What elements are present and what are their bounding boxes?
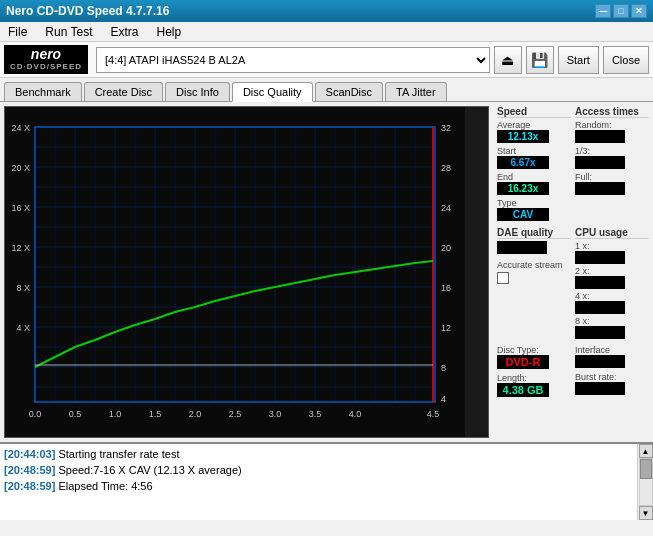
svg-text:32: 32 <box>441 123 451 133</box>
log-area: [20:44:03] Starting transfer rate test [… <box>0 442 653 520</box>
svg-text:20 X: 20 X <box>11 163 30 173</box>
cpu-4x-value <box>575 301 625 314</box>
dae-value <box>497 241 547 254</box>
log-text-3: Elapsed Time: 4:56 <box>58 480 152 492</box>
log-text-2: Speed:7-16 X CAV (12.13 X average) <box>58 464 241 476</box>
speed-stats: Speed Average 12.13x Start 6.67x End 16.… <box>497 106 571 221</box>
burst-rate-value <box>575 382 625 395</box>
random-stat: Random: <box>575 120 649 143</box>
app-title: Nero CD-DVD Speed 4.7.7.16 <box>6 4 169 18</box>
disc-info: Disc Type: DVD-R Length: 4.38 GB <box>497 345 571 397</box>
start-button[interactable]: Start <box>558 46 599 74</box>
cpu-1x-value <box>575 251 625 264</box>
eject-button[interactable]: ⏏ <box>494 46 522 74</box>
disc-type: Disc Type: DVD-R <box>497 345 571 369</box>
full-value <box>575 182 625 195</box>
minimize-button[interactable]: — <box>595 4 611 18</box>
interface-value <box>575 355 625 368</box>
tab-scan-disc[interactable]: ScanDisc <box>315 82 383 101</box>
random-value <box>575 130 625 143</box>
log-scrollbar[interactable]: ▲ ▼ <box>637 444 653 520</box>
scroll-up-button[interactable]: ▲ <box>639 444 653 458</box>
svg-text:24 X: 24 X <box>11 123 30 133</box>
interface-label: Interface <box>575 345 649 355</box>
start-stat: Start 6.67x <box>497 146 571 169</box>
speed-header: Speed <box>497 106 571 118</box>
menu-extra[interactable]: Extra <box>106 25 142 39</box>
scroll-down-button[interactable]: ▼ <box>639 506 653 520</box>
onethird-stat: 1/3: <box>575 146 649 169</box>
log-entry-3: [20:48:59] Elapsed Time: 4:56 <box>4 478 633 494</box>
average-stat: Average 12.13x <box>497 120 571 143</box>
access-header: Access times <box>575 106 649 118</box>
svg-text:28: 28 <box>441 163 451 173</box>
right-panel: Speed Average 12.13x Start 6.67x End 16.… <box>493 102 653 442</box>
disc-length: Length: 4.38 GB <box>497 373 571 397</box>
end-value: 16.23x <box>497 182 549 195</box>
svg-text:16: 16 <box>441 283 451 293</box>
onethird-value <box>575 156 625 169</box>
accurate-stream-group: Accurate stream <box>497 258 571 284</box>
window-controls: — □ ✕ <box>595 4 647 18</box>
chart-area: 24 X 20 X 16 X 12 X 8 X 4 X 32 28 24 20 … <box>4 106 489 438</box>
svg-text:8 X: 8 X <box>16 283 30 293</box>
cpu-2x-value <box>575 276 625 289</box>
accurate-stream-checkbox[interactable] <box>497 272 509 284</box>
tab-disc-info[interactable]: Disc Info <box>165 82 230 101</box>
disc-length-value: 4.38 GB <box>497 383 549 397</box>
start-value: 6.67x <box>497 156 549 169</box>
svg-text:4.0: 4.0 <box>349 409 362 419</box>
close-button[interactable]: ✕ <box>631 4 647 18</box>
svg-text:3.0: 3.0 <box>269 409 282 419</box>
menu-file[interactable]: File <box>4 25 31 39</box>
tab-benchmark[interactable]: Benchmark <box>4 82 82 101</box>
type-value: CAV <box>497 208 549 221</box>
menu-run-test[interactable]: Run Test <box>41 25 96 39</box>
scroll-track <box>639 458 653 506</box>
accurate-stream-checkbox-row <box>497 272 571 284</box>
log-content: [20:44:03] Starting transfer rate test [… <box>0 444 637 520</box>
full-stat: Full: <box>575 172 649 195</box>
svg-text:4: 4 <box>441 394 446 404</box>
menu-help[interactable]: Help <box>153 25 186 39</box>
drive-select[interactable]: [4:4] ATAPI iHAS524 B AL2A <box>96 47 490 73</box>
log-time-2: [20:48:59] <box>4 464 55 476</box>
log-text-1: Starting transfer rate test <box>58 448 179 460</box>
save-button[interactable]: 💾 <box>526 46 554 74</box>
maximize-button[interactable]: □ <box>613 4 629 18</box>
svg-text:1.0: 1.0 <box>109 409 122 419</box>
svg-text:3.5: 3.5 <box>309 409 322 419</box>
cpu-2x: 2 x: <box>575 266 649 289</box>
cpu-8x-value <box>575 326 625 339</box>
svg-text:4.5: 4.5 <box>427 409 440 419</box>
svg-text:12: 12 <box>441 323 451 333</box>
svg-text:1.5: 1.5 <box>149 409 162 419</box>
svg-text:0.0: 0.0 <box>29 409 42 419</box>
log-time-3: [20:48:59] <box>4 480 55 492</box>
svg-text:8: 8 <box>441 363 446 373</box>
close-button[interactable]: Close <box>603 46 649 74</box>
svg-text:4 X: 4 X <box>16 323 30 333</box>
dae-stats: DAE quality Accurate stream <box>497 227 571 339</box>
scroll-thumb[interactable] <box>640 459 652 479</box>
burst-rate-label: Burst rate: <box>575 372 649 382</box>
menu-bar: File Run Test Extra Help <box>0 22 653 42</box>
cpu-4x: 4 x: <box>575 291 649 314</box>
tab-ta-jitter[interactable]: TA Jitter <box>385 82 447 101</box>
tab-disc-quality[interactable]: Disc Quality <box>232 82 313 102</box>
tab-create-disc[interactable]: Create Disc <box>84 82 163 101</box>
nero-logo: nero CD·DVD/SPEED <box>4 45 88 73</box>
end-stat: End 16.23x <box>497 172 571 195</box>
svg-text:20: 20 <box>441 243 451 253</box>
log-entry-1: [20:44:03] Starting transfer rate test <box>4 446 633 462</box>
access-times: Access times Random: 1/3: Full: <box>575 106 649 221</box>
disc-type-value: DVD-R <box>497 355 549 369</box>
cpu-stats: CPU usage 1 x: 2 x: 4 x: 8 x: <box>575 227 649 339</box>
chart-svg: 24 X 20 X 16 X 12 X 8 X 4 X 32 28 24 20 … <box>5 107 465 437</box>
log-time-1: [20:44:03] <box>4 448 55 460</box>
svg-text:24: 24 <box>441 203 451 213</box>
cpu-1x: 1 x: <box>575 241 649 264</box>
title-bar: Nero CD-DVD Speed 4.7.7.16 — □ ✕ <box>0 0 653 22</box>
interface-burst: Interface Burst rate: <box>575 345 649 397</box>
svg-text:16 X: 16 X <box>11 203 30 213</box>
